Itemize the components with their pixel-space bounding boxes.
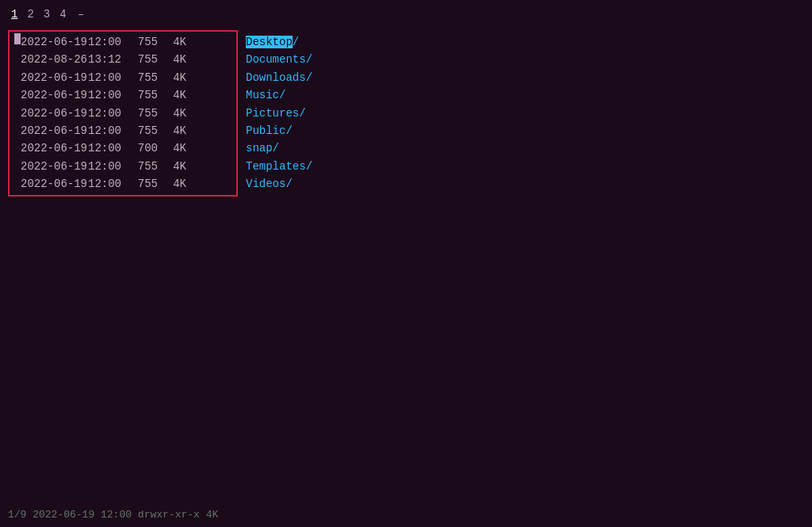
status-text: 1/9 2022-06-19 12:00 drwxr-xr-x 4K <box>8 509 218 521</box>
file-row[interactable]: 2022-06-1912:00755 4K <box>14 69 232 86</box>
file-date: 2022-06-19 <box>21 122 88 139</box>
dir-slash: / <box>306 53 312 66</box>
cursor-indicator <box>14 33 21 44</box>
file-date: 2022-06-19 <box>21 105 88 122</box>
file-row[interactable]: 2022-06-1912:00755 4K <box>14 175 232 193</box>
file-row[interactable]: 2022-08-2613:12755 4K <box>14 51 232 68</box>
file-time: 12:00 <box>88 122 126 139</box>
dir-name: Downloads <box>246 71 306 84</box>
dir-item-snap[interactable]: snap/ <box>246 139 312 157</box>
file-date: 2022-06-19 <box>21 158 88 175</box>
file-perm: 755 <box>126 105 158 122</box>
file-date: 2022-06-19 <box>21 175 88 193</box>
file-perm: 755 <box>126 86 158 104</box>
file-size: 4K <box>163 139 186 157</box>
file-time: 12:00 <box>88 69 126 86</box>
status-bar: 1/9 2022-06-19 12:00 drwxr-xr-x 4K <box>8 509 218 521</box>
dir-slash: / <box>306 71 312 84</box>
file-date: 2022-06-19 <box>21 86 88 104</box>
main-content: 2022-06-1912:00755 4K 2022-08-2613:12755… <box>8 30 804 197</box>
dir-name: Pictures <box>246 107 299 120</box>
file-size: 4K <box>163 158 186 175</box>
file-row[interactable]: 2022-06-1912:00700 4K <box>14 139 232 157</box>
dir-name: Desktop <box>246 36 293 48</box>
tab-1[interactable]: 1 <box>8 6 21 22</box>
dir-slash: / <box>293 36 299 48</box>
file-date: 2022-08-26 <box>21 51 88 68</box>
file-row[interactable]: 2022-06-1912:00755 4K <box>14 158 232 175</box>
dir-slash: / <box>306 160 312 173</box>
file-perm: 755 <box>126 122 158 139</box>
file-row[interactable]: 2022-06-1912:00755 4K <box>14 105 232 122</box>
tab-3[interactable]: 3 <box>40 6 53 22</box>
dir-slash: / <box>273 142 279 155</box>
file-time: 13:12 <box>88 51 126 68</box>
file-perm: 700 <box>126 139 158 157</box>
file-row[interactable]: 2022-06-1912:00755 4K <box>14 33 232 51</box>
file-size: 4K <box>163 175 186 193</box>
file-perm: 755 <box>126 33 158 51</box>
file-size: 4K <box>163 51 186 68</box>
dir-item-templates[interactable]: Templates/ <box>246 158 312 175</box>
dir-name: Videos <box>246 178 285 190</box>
file-row[interactable]: 2022-06-1912:00755 4K <box>14 86 232 104</box>
dir-item-pictures[interactable]: Pictures/ <box>246 105 312 122</box>
file-list-box: 2022-06-1912:00755 4K 2022-08-2613:12755… <box>8 30 238 197</box>
dir-item-public[interactable]: Public/ <box>246 122 312 139</box>
file-perm: 755 <box>126 158 158 175</box>
file-size: 4K <box>163 69 186 86</box>
dir-slash: / <box>285 178 292 190</box>
file-date: 2022-06-19 <box>21 69 88 86</box>
file-date: 2022-06-19 <box>21 139 88 157</box>
file-size: 4K <box>163 33 186 51</box>
dir-item-desktop[interactable]: Desktop/ <box>246 33 312 51</box>
file-time: 12:00 <box>88 158 126 175</box>
file-time: 12:00 <box>88 86 126 104</box>
dir-slash: / <box>299 107 305 120</box>
dir-item-music[interactable]: Music/ <box>246 86 312 104</box>
dir-slash: / <box>279 89 285 101</box>
dir-name: Documents <box>246 53 306 66</box>
dir-name: Music <box>246 89 279 101</box>
file-perm: 755 <box>126 175 158 193</box>
terminal: 1 2 3 4 – 2022-06-1912:00755 4K 2022-08-… <box>0 0 812 527</box>
dir-item-documents[interactable]: Documents/ <box>246 51 312 68</box>
file-time: 12:00 <box>88 175 126 193</box>
dir-item-videos[interactable]: Videos/ <box>246 175 312 193</box>
file-time: 12:00 <box>88 105 126 122</box>
tab-4[interactable]: 4 <box>56 6 69 22</box>
dir-list: Desktop/ Documents/ Downloads/ Music/ Pi… <box>246 30 312 197</box>
file-perm: 755 <box>126 51 158 68</box>
file-size: 4K <box>163 105 186 122</box>
file-perm: 755 <box>126 69 158 86</box>
dir-name: snap <box>246 142 273 155</box>
dir-item-downloads[interactable]: Downloads/ <box>246 69 312 86</box>
dir-slash: / <box>285 124 292 137</box>
file-date: 2022-06-19 <box>21 33 88 51</box>
file-row[interactable]: 2022-06-1912:00755 4K <box>14 122 232 139</box>
tab-bar: 1 2 3 4 – <box>8 6 804 22</box>
file-time: 12:00 <box>88 33 126 51</box>
dir-name: Templates <box>246 160 306 173</box>
tab-dash: – <box>71 8 85 21</box>
dir-name: Public <box>246 124 285 137</box>
file-time: 12:00 <box>88 139 126 157</box>
file-size: 4K <box>163 86 186 104</box>
file-size: 4K <box>163 122 186 139</box>
tab-2[interactable]: 2 <box>24 6 36 22</box>
